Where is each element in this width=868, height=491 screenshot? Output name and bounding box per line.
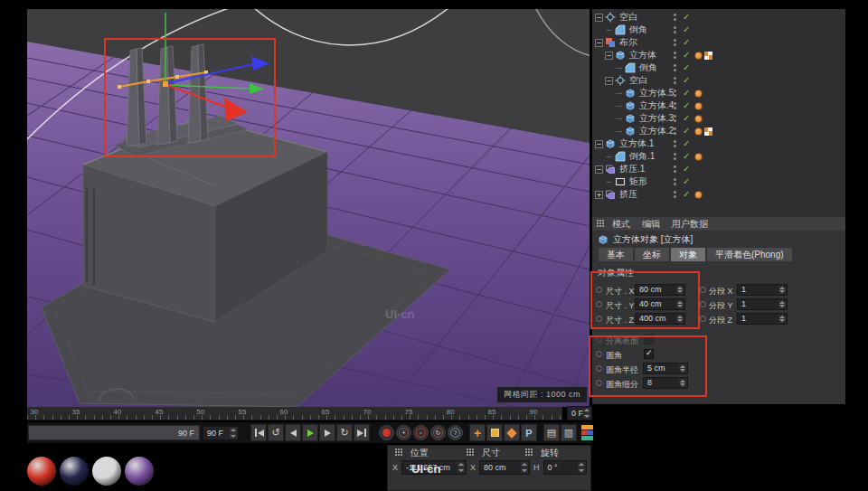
autokey-button[interactable]: + bbox=[469, 424, 486, 441]
record-button[interactable] bbox=[379, 425, 394, 440]
keyframe-selection-button[interactable] bbox=[486, 424, 503, 441]
spinner-arrows[interactable] bbox=[458, 462, 465, 473]
spinner-arrows[interactable] bbox=[679, 364, 686, 373]
fcurve-mode-button[interactable]: ▥ bbox=[561, 424, 577, 441]
expander-toggle[interactable]: − bbox=[605, 52, 613, 60]
spinner-arrows[interactable] bbox=[230, 428, 237, 439]
play-backwards-button[interactable]: ↺ bbox=[268, 424, 284, 441]
object-row[interactable]: −立方体✓ bbox=[592, 49, 845, 61]
enabled-check[interactable]: ✓ bbox=[683, 11, 690, 24]
enabled-check[interactable]: ✓ bbox=[683, 137, 690, 150]
enabled-check[interactable]: ✓ bbox=[683, 24, 690, 36]
checker-tag[interactable] bbox=[704, 127, 712, 136]
spinner-arrows[interactable] bbox=[676, 286, 684, 294]
texture-tag[interactable] bbox=[694, 90, 703, 98]
spinner-arrows[interactable] bbox=[521, 462, 528, 473]
size-field[interactable]: 80 cm bbox=[635, 284, 685, 296]
spinner-arrows[interactable] bbox=[778, 300, 786, 308]
keyframe-region-button[interactable] bbox=[504, 424, 520, 441]
play-loop-button[interactable]: ↻ bbox=[336, 424, 353, 441]
dark-blue-material[interactable] bbox=[60, 457, 89, 486]
next-frame-button[interactable] bbox=[319, 424, 335, 441]
timeline-mode-button[interactable]: ▤ bbox=[543, 424, 560, 441]
enabled-check[interactable]: ✓ bbox=[683, 125, 690, 137]
enabled-check[interactable]: ✓ bbox=[683, 99, 690, 112]
enabled-check[interactable]: ✓ bbox=[683, 175, 690, 188]
spinner-arrows[interactable] bbox=[679, 379, 686, 387]
visibility-dots[interactable] bbox=[674, 14, 676, 23]
object-row[interactable]: −空白✓ bbox=[592, 11, 845, 24]
object-row[interactable]: −立方体.1✓ bbox=[592, 137, 845, 150]
preferences-button[interactable]: P bbox=[521, 424, 537, 441]
record-parameter-button[interactable]: ? bbox=[448, 425, 463, 440]
keyframe-circle[interactable] bbox=[596, 365, 602, 372]
viewport-3d[interactable]: UI·cn 网格间距 : 1000 cm bbox=[27, 9, 590, 407]
red-material[interactable] bbox=[27, 457, 56, 486]
spinner-arrows[interactable] bbox=[578, 462, 585, 473]
menu-item[interactable]: 模式 bbox=[612, 218, 630, 231]
visibility-dots[interactable] bbox=[674, 165, 676, 175]
tab-平滑着色(Phong)[interactable]: 平滑着色(Phong) bbox=[707, 248, 792, 261]
keyframe-circle[interactable] bbox=[700, 301, 706, 307]
enabled-check[interactable]: ✓ bbox=[683, 188, 690, 201]
record-scale-button[interactable]: ▫ bbox=[413, 425, 429, 440]
visibility-dots[interactable] bbox=[674, 127, 676, 137]
object-row[interactable]: 立方体.2✓ bbox=[592, 125, 845, 137]
previous-frame-button[interactable] bbox=[285, 424, 301, 441]
size-x-field[interactable]: 80 cm bbox=[479, 460, 530, 475]
object-row[interactable]: 倒角✓ bbox=[592, 61, 845, 74]
mini-chip-green[interactable] bbox=[581, 436, 593, 440]
texture-tag[interactable] bbox=[694, 153, 703, 161]
visibility-dots[interactable] bbox=[674, 115, 676, 124]
fillet-radius-field[interactable]: 5 cm bbox=[643, 363, 688, 374]
timeline-ruler[interactable]: 30354045505560657075808590 bbox=[27, 407, 562, 420]
object-row[interactable]: −布尔✓ bbox=[592, 36, 845, 49]
object-row[interactable]: −挤压.1✓ bbox=[592, 163, 845, 175]
texture-tag[interactable] bbox=[694, 127, 703, 136]
expander-toggle[interactable]: + bbox=[595, 191, 603, 199]
enabled-check[interactable]: ✓ bbox=[683, 74, 690, 87]
preview-range-bar[interactable]: 90 F bbox=[27, 424, 201, 441]
goto-end-button[interactable] bbox=[354, 424, 370, 441]
segments-field[interactable]: 1 bbox=[737, 284, 788, 296]
visibility-dots[interactable] bbox=[674, 77, 676, 86]
fillet-checkbox[interactable] bbox=[644, 349, 654, 359]
object-row[interactable]: 倒角✓ bbox=[592, 24, 845, 36]
object-row[interactable]: 矩形✓ bbox=[592, 175, 845, 188]
tab-坐标[interactable]: 坐标 bbox=[635, 248, 669, 261]
segments-field[interactable]: 1 bbox=[737, 298, 788, 310]
enabled-check[interactable]: ✓ bbox=[683, 163, 690, 175]
expander-toggle[interactable]: − bbox=[605, 77, 613, 85]
enabled-check[interactable]: ✓ bbox=[683, 150, 690, 163]
separate-surfaces-checkbox[interactable] bbox=[644, 335, 654, 345]
play-button[interactable] bbox=[302, 424, 318, 441]
enabled-check[interactable]: ✓ bbox=[683, 49, 690, 61]
keyframe-circle[interactable] bbox=[596, 301, 602, 307]
object-row[interactable]: 立方体.4✓ bbox=[592, 99, 845, 112]
object-row[interactable]: 立方体.3✓ bbox=[592, 112, 845, 125]
current-frame-field[interactable]: 90 F bbox=[203, 426, 239, 440]
object-row[interactable]: −空白✓ bbox=[592, 74, 845, 87]
keyframe-circle[interactable] bbox=[596, 380, 602, 386]
size-field[interactable]: 40 cm bbox=[635, 298, 685, 310]
preview-range-handle[interactable]: 90 F bbox=[29, 426, 199, 439]
spinner-arrows[interactable] bbox=[676, 300, 684, 308]
object-row[interactable]: 倒角.1✓ bbox=[592, 150, 845, 163]
enabled-check[interactable]: ✓ bbox=[683, 36, 690, 49]
rotation-h-field[interactable]: 0 ° bbox=[543, 460, 587, 475]
visibility-dots[interactable] bbox=[674, 140, 676, 149]
object-row[interactable]: 立方体.5✓ bbox=[592, 87, 845, 99]
spinner-arrows[interactable] bbox=[583, 408, 590, 419]
expander-toggle[interactable]: − bbox=[595, 140, 603, 148]
keyframe-circle[interactable] bbox=[596, 336, 602, 343]
menu-item[interactable]: 编辑 bbox=[642, 218, 660, 231]
enabled-check[interactable]: ✓ bbox=[683, 112, 690, 125]
size-field[interactable]: 400 cm bbox=[635, 313, 685, 325]
panel-menu-icon[interactable] bbox=[597, 220, 605, 228]
light-material[interactable] bbox=[92, 457, 121, 486]
keyframe-circle[interactable] bbox=[596, 351, 602, 357]
tab-基本[interactable]: 基本 bbox=[599, 248, 633, 261]
visibility-dots[interactable] bbox=[674, 39, 676, 48]
spinner-arrows[interactable] bbox=[676, 315, 684, 323]
spinner-arrows[interactable] bbox=[778, 286, 786, 294]
